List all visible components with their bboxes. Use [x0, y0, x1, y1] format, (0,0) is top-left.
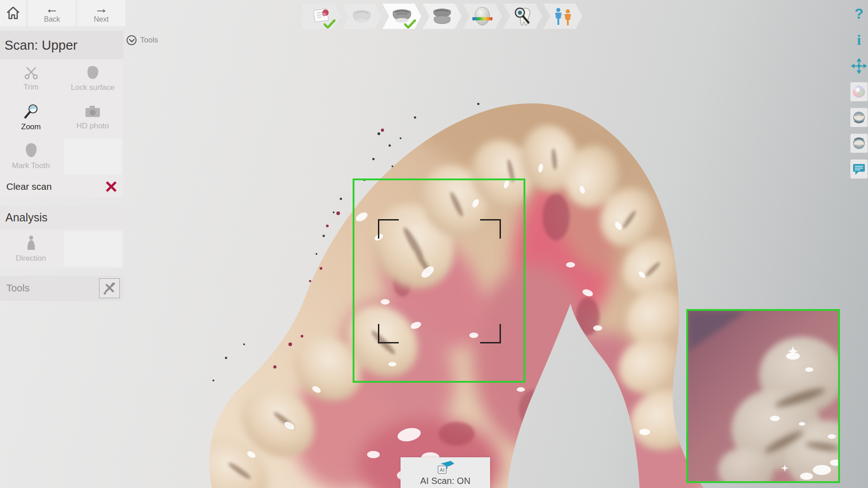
- analysis-section-header: Analysis: [0, 206, 123, 230]
- focus-bracket-top-right: [480, 219, 501, 239]
- mark-tooth-button[interactable]: Mark Tooth: [0, 137, 62, 176]
- info-button[interactable]: i: [850, 30, 868, 50]
- workflow-bar: [302, 4, 584, 29]
- hd-photo-button[interactable]: HD photo: [62, 98, 123, 137]
- mark-tooth-label: Mark Tooth: [12, 161, 50, 170]
- info-icon: i: [857, 32, 861, 48]
- workflow-step-scan-upper[interactable]: [382, 4, 421, 29]
- clear-scan-x-icon[interactable]: [105, 181, 117, 192]
- back-arrow-icon: ←: [45, 3, 59, 14]
- next-label: Next: [94, 15, 109, 23]
- pan-icon: [851, 58, 867, 74]
- comment-icon: [852, 162, 866, 176]
- patient-icon: [553, 7, 573, 26]
- trim-label: Trim: [24, 83, 38, 92]
- upper-jaw-view-button[interactable]: [850, 108, 868, 127]
- lower-jaw-icon: [351, 8, 372, 25]
- empty-tool-slot: [64, 231, 122, 267]
- next-arrow-icon: →: [94, 3, 108, 14]
- back-label: Back: [44, 15, 60, 23]
- back-button[interactable]: ← Back: [28, 0, 76, 26]
- ai-scan-toggle[interactable]: AI AI Scan: ON: [401, 457, 490, 488]
- scissors-icon: [24, 66, 39, 80]
- workflow-step-scan-lower[interactable]: [342, 4, 381, 29]
- zoom-icon: [23, 103, 39, 120]
- camera-icon: [84, 104, 101, 119]
- left-panel: Scan: Upper Trim Lock surface: [0, 31, 123, 301]
- workflow-step-order-form[interactable]: [302, 4, 341, 29]
- focus-bracket-top-left: [378, 219, 399, 239]
- lower-jaw-view-button[interactable]: [850, 134, 868, 153]
- direction-person-icon: [24, 235, 38, 251]
- viewport-tools-toggle[interactable]: Tools: [127, 35, 158, 45]
- mark-tooth-icon: [24, 142, 39, 159]
- viewport-tools-label: Tools: [140, 36, 158, 45]
- clear-scan-label: Clear scan: [6, 181, 52, 192]
- lock-surface-button[interactable]: Lock surface: [62, 59, 123, 98]
- tools-footer: Tools: [0, 276, 123, 301]
- zoom-button[interactable]: Zoom: [0, 98, 62, 137]
- app-window: ← Back → Next: [0, 0, 868, 488]
- right-toolbar: ? i: [850, 0, 868, 185]
- live-camera-preview: [686, 309, 840, 483]
- ai-scanner-icon: AI: [435, 460, 455, 475]
- check-icon: [404, 19, 416, 28]
- color-sphere-icon: [852, 84, 866, 99]
- direction-button[interactable]: Direction: [0, 230, 62, 268]
- clear-scan-row[interactable]: Clear scan: [0, 176, 123, 197]
- empty-tool-slot: [64, 139, 122, 174]
- workflow-step-scan-bite[interactable]: [423, 4, 462, 29]
- upper-jaw-icon: [852, 110, 866, 125]
- workflow-step-analyze[interactable]: [503, 4, 542, 29]
- tools-settings-button[interactable]: [99, 278, 120, 298]
- bite-icon: [432, 7, 453, 25]
- lock-surface-icon: [85, 65, 101, 80]
- trim-button[interactable]: Trim: [0, 59, 62, 98]
- lock-surface-label: Lock surface: [71, 83, 114, 92]
- pan-button[interactable]: [850, 56, 868, 76]
- tools-footer-label: Tools: [6, 282, 29, 294]
- scan-region-frame: [353, 178, 525, 383]
- scan-panel-title: Scan: Upper: [0, 31, 123, 59]
- home-button[interactable]: [0, 0, 26, 26]
- analysis-tool-grid: Direction: [0, 230, 123, 268]
- help-button[interactable]: ?: [850, 4, 868, 23]
- hd-photo-label: HD photo: [76, 122, 109, 131]
- comment-button[interactable]: [850, 160, 868, 178]
- color-mode-button[interactable]: [850, 82, 868, 101]
- workflow-step-occlusion[interactable]: [463, 4, 502, 29]
- scan-tool-grid: Trim Lock surface Zoom: [0, 59, 123, 176]
- focus-bracket-bottom-right: [480, 324, 501, 343]
- zoom-label: Zoom: [21, 122, 41, 131]
- chevron-down-icon: [127, 35, 137, 45]
- svg-text:AI: AI: [440, 467, 444, 473]
- analyze-icon: [512, 6, 533, 26]
- occlusion-sphere-icon: [472, 6, 493, 26]
- help-icon: ?: [854, 5, 863, 22]
- home-icon: [5, 5, 21, 21]
- direction-label: Direction: [16, 254, 46, 263]
- next-button[interactable]: → Next: [77, 0, 125, 26]
- lower-jaw-icon: [852, 136, 866, 150]
- wrench-screwdriver-icon: [102, 281, 117, 296]
- ai-scan-label: AI Scan: ON: [420, 476, 470, 486]
- workflow-step-patient[interactable]: [543, 4, 582, 29]
- focus-bracket-bottom-left: [378, 324, 399, 343]
- check-icon: [324, 19, 335, 28]
